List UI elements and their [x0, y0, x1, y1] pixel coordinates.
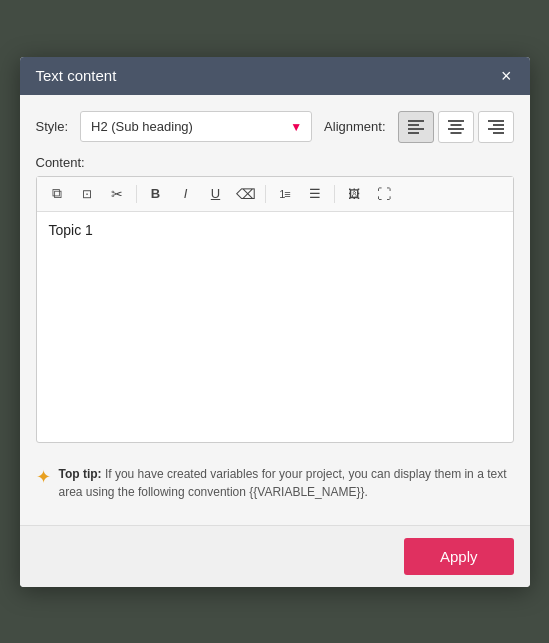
alignment-label: Alignment: [324, 119, 385, 134]
tip-text: Top tip: If you have created variables f… [59, 465, 514, 501]
svg-rect-8 [488, 120, 504, 122]
clear-format-button[interactable]: ⌫ [232, 181, 260, 207]
style-select[interactable]: H1 (Heading) H2 (Sub heading) H3 (Sub he… [80, 111, 312, 142]
svg-rect-3 [408, 132, 419, 134]
style-alignment-row: Style: H1 (Heading) H2 (Sub heading) H3 … [36, 111, 514, 143]
svg-rect-2 [408, 128, 424, 130]
svg-rect-6 [448, 128, 464, 130]
tip-icon: ✦ [36, 466, 51, 488]
apply-button[interactable]: Apply [404, 538, 514, 575]
style-label: Style: [36, 119, 69, 134]
dialog-footer: Apply [20, 525, 530, 587]
toolbar: ⧉ ⊡ ✂ B I U ⌫ 1≡ ☰ 🖼 ⛶ [37, 177, 513, 212]
align-center-button[interactable] [438, 111, 474, 143]
align-right-button[interactable] [478, 111, 514, 143]
bold-button[interactable]: B [142, 181, 170, 207]
svg-rect-9 [493, 124, 504, 126]
content-label: Content: [36, 155, 514, 170]
underline-button[interactable]: U [202, 181, 230, 207]
editor-container: ⧉ ⊡ ✂ B I U ⌫ 1≡ ☰ 🖼 ⛶ Topic 1 [36, 176, 514, 443]
image-button[interactable]: 🖼 [340, 181, 368, 207]
svg-rect-10 [488, 128, 504, 130]
toolbar-separator-3 [334, 185, 335, 203]
cut-button[interactable]: ✂ [103, 181, 131, 207]
toolbar-separator-2 [265, 185, 266, 203]
svg-rect-4 [448, 120, 464, 122]
dialog: Text content × Style: H1 (Heading) H2 (S… [20, 57, 530, 587]
italic-button[interactable]: I [172, 181, 200, 207]
dialog-body: Style: H1 (Heading) H2 (Sub heading) H3 … [20, 95, 530, 525]
expand-button[interactable]: ⛶ [370, 181, 398, 207]
overlay: Text content × Style: H1 (Heading) H2 (S… [0, 0, 549, 643]
tip-body: If you have created variables for your p… [59, 467, 507, 499]
svg-rect-5 [450, 124, 461, 126]
dialog-title: Text content [36, 67, 117, 84]
style-select-wrapper: H1 (Heading) H2 (Sub heading) H3 (Sub he… [80, 111, 312, 142]
tip-title: Top tip: [59, 467, 102, 481]
unordered-list-button[interactable]: ☰ [301, 181, 329, 207]
ordered-list-button[interactable]: 1≡ [271, 181, 299, 207]
close-button[interactable]: × [499, 67, 514, 85]
tip-row: ✦ Top tip: If you have created variables… [36, 457, 514, 509]
svg-rect-7 [450, 132, 461, 134]
alignment-group [398, 111, 514, 143]
paste-button[interactable]: ⊡ [73, 181, 101, 207]
copy-button[interactable]: ⧉ [43, 181, 71, 207]
align-left-button[interactable] [398, 111, 434, 143]
align-left-icon [408, 120, 424, 134]
svg-rect-0 [408, 120, 424, 122]
align-right-icon [488, 120, 504, 134]
align-center-icon [448, 120, 464, 134]
svg-rect-1 [408, 124, 419, 126]
dialog-header: Text content × [20, 57, 530, 95]
content-editor[interactable]: Topic 1 [37, 212, 513, 442]
svg-rect-11 [493, 132, 504, 134]
toolbar-separator-1 [136, 185, 137, 203]
